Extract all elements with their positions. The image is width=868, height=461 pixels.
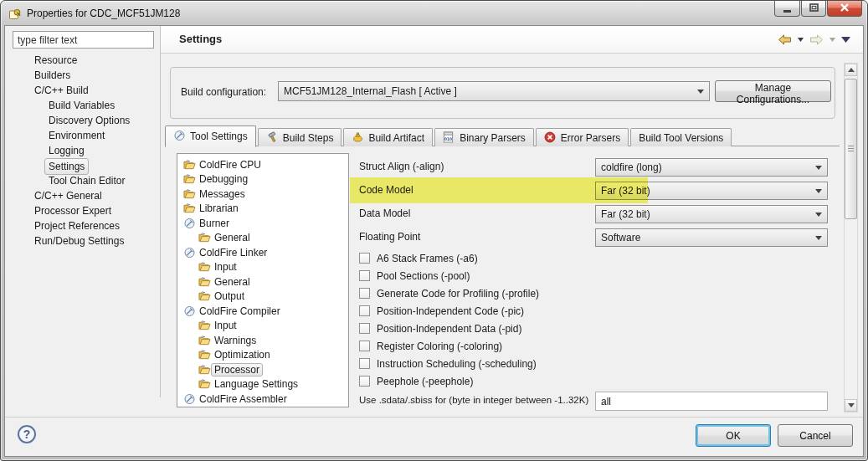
sidebar-item-tool-chain-editor[interactable]: Tool Chain Editor [5,173,159,188]
checkbox-position-independent-data-pid[interactable] [359,323,370,334]
tool-tree-item-messages[interactable]: Messages [177,187,348,202]
sidebar-item-label: Environment [49,130,105,141]
tool-tree-item-general[interactable]: General [177,231,348,246]
cancel-button[interactable]: Cancel [778,424,853,447]
ok-button[interactable]: OK [696,424,771,447]
sidebar-item-processor-expert[interactable]: Processor Expert [5,203,159,218]
tab-build-steps[interactable]: Build Steps [258,128,342,146]
view-menu-icon[interactable] [840,36,851,44]
sidebar-item-logging[interactable]: Logging [5,143,159,158]
back-arrow-icon[interactable] [777,33,793,46]
tool-tree-item-coldfire-assembler[interactable]: ColdFire Assembler [177,392,348,407]
scroll-thumb[interactable] [845,79,857,219]
binary-file-icon: 010 [443,131,455,144]
sidebar-item-environment[interactable]: Environment [5,128,159,143]
build-configuration-select[interactable]: MCF51JM128_Internal_Flash [ Active ] [278,81,710,101]
forward-arrow-icon[interactable] [809,33,824,46]
tool-tree-item-input[interactable]: Input [177,260,348,275]
sdata-input[interactable] [595,392,828,411]
sidebar-item-project-references[interactable]: Project References [5,218,159,233]
tab-build-artifact[interactable]: Build Artifact [343,128,433,146]
select-value: Software [601,232,640,243]
tool-tree-item-general[interactable]: General [177,274,348,289]
folder-icon [198,261,211,273]
checkbox-row-position-independent-code-pic: Position-Independent Code (-pic) [357,302,830,320]
option-row-struct-align-align: Struct Align (-align)coldfire (long) [357,156,830,179]
tool-tree-item-librarian[interactable]: Librarian [177,202,348,217]
tool-tree-item-coldfire-cpu[interactable]: ColdFire CPU [177,157,348,172]
tab-label: Tool Settings [190,131,248,142]
checkbox-label: Peephole (-peephole) [377,376,473,387]
chevron-down-icon [815,166,822,170]
tool-tree-item-output[interactable]: Output [177,289,348,305]
option-row-data-model: Data ModelFar (32 bit) [357,202,830,226]
checkbox-position-independent-code-pic[interactable] [359,305,370,316]
chevron-down-icon [697,90,704,94]
scroll-up-button[interactable] [845,64,857,76]
sidebar-item-build-variables[interactable]: Build Variables [5,98,159,113]
forward-history-caret-icon[interactable] [829,37,836,43]
sidebar-item-label: C/C++ General [34,190,102,202]
option-label: Floating Point [359,231,420,243]
tool-tree-item-optimization[interactable]: Optimization [177,348,348,363]
minimize-button[interactable] [774,1,800,17]
build-configuration-label: Build configuration: [181,86,266,98]
sidebar-item-settings[interactable]: Settings [5,158,159,173]
chevron-down-icon [815,236,822,240]
manage-configurations-button[interactable]: Manage Configurations... [715,80,831,102]
checkbox-instruction-scheduling-scheduling[interactable] [359,358,370,369]
select-floating-point[interactable]: Software [595,228,828,247]
tool-tree-item-debugging[interactable]: Debugging [177,172,348,187]
checkbox-generate-code-for-profiling-profile[interactable] [359,288,370,299]
sidebar-item-discovery-options[interactable]: Discovery Options [5,113,159,128]
sidebar-item-builders[interactable]: Builders [5,68,159,83]
tool-tree-item-coldfire-compiler[interactable]: ColdFire Compiler [177,304,348,319]
tab-error-parsers[interactable]: Error Parsers [536,128,629,146]
tab-binary-parsers[interactable]: 010Binary Parsers [434,128,534,146]
checkbox-pool-sections-pool[interactable] [359,270,370,281]
tool-tree-item-label: Input [214,261,237,273]
checkbox-register-coloring-coloring[interactable] [359,341,370,351]
titlebar[interactable]: Properties for CDC_MCF51JM128 [1,1,867,25]
close-button[interactable] [827,1,862,17]
checkbox-peephole-peephole[interactable] [359,376,370,387]
select-code-model[interactable]: Far (32 bit) [595,182,828,200]
tab-tool-settings[interactable]: Tool Settings [165,125,256,147]
tab-build-tool-versions[interactable]: Build Tool Versions [630,128,732,146]
maximize-button[interactable] [801,1,826,17]
tool-tree-item-label: ColdFire CPU [199,159,261,171]
sidebar-item-label: Resource [34,54,77,66]
tool-tree-item-language-settings[interactable]: Language Settings [177,377,348,392]
tool-tree-item-coldfire-linker[interactable]: ColdFire Linker [177,245,348,260]
svg-text:010: 010 [444,136,452,141]
back-history-caret-icon[interactable] [797,37,804,43]
properties-window-icon [8,8,22,21]
filter-input[interactable] [13,31,154,49]
checkbox-row-register-coloring-coloring: Register Coloring (-coloring) [357,337,830,355]
option-label: Struct Align (-align) [359,161,444,172]
tool-tree-item-burner[interactable]: Burner [177,216,348,231]
folder-icon [183,188,196,200]
scroll-thumb-grip [848,146,854,152]
dialog-body: ResourceBuildersC/C++ BuildBuild Variabl… [4,25,864,457]
help-button[interactable]: ? [18,425,36,443]
scrollbar-track[interactable] [844,63,858,412]
select-struct-align-align[interactable]: coldfire (long) [595,158,828,177]
tool-tree-item-label: Output [214,290,244,302]
checkbox-label: Pool Sections (-pool) [377,270,470,282]
option-checkbox-rows: A6 Stack Frames (-a6)Pool Sections (-poo… [357,249,830,390]
tool-tree-item-processor[interactable]: Processor [177,362,348,377]
sidebar-item-c-c-build[interactable]: C/C++ Build [5,83,159,98]
error-icon [544,131,557,144]
sidebar-item-c-c-general[interactable]: C/C++ General [5,188,159,203]
sidebar-item-run-debug-settings[interactable]: Run/Debug Settings [5,233,159,248]
select-data-model[interactable]: Far (32 bit) [595,205,828,223]
checkbox-label: Position-Independent Data (-pid) [377,323,521,335]
checkbox-a6-stack-frames-a6[interactable] [359,253,370,264]
tool-tree-item-input[interactable]: Input [177,319,348,334]
sidebar-item-resource[interactable]: Resource [5,53,159,68]
sidebar-item-label: Builders [34,69,70,81]
tool-tree-item-warnings[interactable]: Warnings [177,333,348,348]
tab-label: Build Tool Versions [639,132,723,144]
scroll-down-button[interactable] [845,399,857,412]
